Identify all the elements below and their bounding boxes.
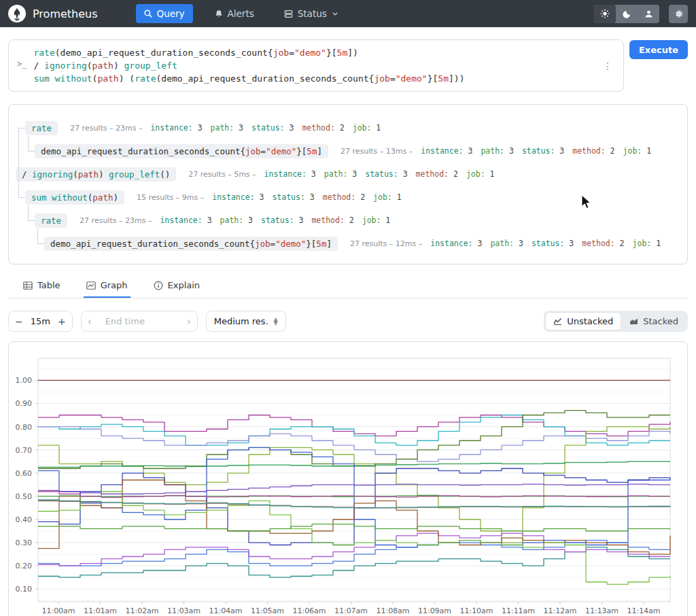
- code-token: 5m: [307, 146, 317, 156]
- y-axis-label: 0.70: [16, 446, 33, 455]
- range-value[interactable]: 15m: [29, 316, 52, 326]
- chevron-down-icon: [332, 10, 338, 17]
- query-expression-input[interactable]: >_ rate(demo_api_request_duration_second…: [8, 39, 624, 92]
- range-increase-button[interactable]: +: [52, 311, 72, 331]
- execute-button[interactable]: Execute: [629, 40, 688, 59]
- y-axis-label: 0.50: [16, 492, 33, 501]
- x-axis-label: 11:09am: [418, 606, 451, 615]
- y-axis-label: 0.40: [16, 515, 33, 524]
- x-axis-label: 11:07am: [334, 606, 368, 615]
- code-token: ])): [449, 73, 464, 84]
- range-control: − 15m +: [8, 311, 73, 332]
- range-decrease-button[interactable]: −: [9, 311, 29, 331]
- stacking-toggle: Unstacked Stacked: [544, 311, 688, 332]
- code-token: =: [261, 146, 266, 156]
- tree-node-expression[interactable]: / ignoring(path) group_left(): [16, 167, 176, 182]
- label-cardinality-chip: status: 3: [522, 146, 564, 156]
- code-line: rate(demo_api_request_duration_seconds_c…: [33, 46, 598, 59]
- theme-light-button[interactable]: [594, 5, 616, 23]
- code-token: ) (: [119, 73, 135, 84]
- label-cardinality-chip: job: 1: [362, 216, 391, 225]
- label-cardinality-chip: status: 3: [261, 216, 303, 225]
- x-axis-label: 11:08am: [376, 606, 409, 615]
- tab-table[interactable]: Table: [20, 275, 63, 298]
- code-token: [47, 192, 52, 203]
- code-token: path: [97, 73, 118, 84]
- code-token: (: [87, 61, 92, 71]
- code-token: demo_api_request_duration_seconds_count: [50, 239, 250, 249]
- tree-connector-line: [28, 136, 29, 151]
- stacked-area-icon: [629, 318, 638, 325]
- stacked-label: Stacked: [643, 316, 678, 326]
- tree-node-expression[interactable]: rate: [35, 213, 67, 228]
- nav-label-query: Query: [157, 8, 185, 19]
- code-token: {: [241, 146, 246, 156]
- tree-connector-line: [28, 151, 35, 152]
- label-cardinality-chip: path: 3: [490, 239, 523, 248]
- sun-icon: [600, 9, 610, 18]
- prometheus-logo-icon: [8, 5, 26, 22]
- editor-menu-button[interactable]: ⋮: [599, 61, 616, 71]
- tab-explain-label: Explain: [168, 280, 201, 290]
- y-axis-label: 0.30: [16, 538, 33, 547]
- label-cardinality-chip: path: 3: [220, 216, 253, 225]
- resolution-select[interactable]: Medium res. ▲▼: [206, 311, 286, 332]
- y-axis-label: 1.00: [16, 376, 33, 385]
- code-line: / ignoring(path) group_left: [33, 59, 598, 72]
- time-back-button[interactable]: ‹: [82, 315, 98, 328]
- prompt-icon: >_: [17, 59, 27, 85]
- graph-controls: − 15m + ‹ › Medium res. ▲▼ Unstacked Sta…: [8, 311, 688, 332]
- tree-node-stats: 27 results – 23ms –instance: 3path: 3sta…: [80, 216, 390, 225]
- x-axis-label: 11:13am: [585, 606, 619, 615]
- tab-explain[interactable]: Explain: [151, 275, 203, 298]
- code-token: ): [99, 169, 109, 179]
- query-editor-row: >_ rate(demo_api_request_duration_second…: [8, 39, 688, 92]
- code-token: demo_api_request_duration_seconds_count: [161, 73, 368, 84]
- code-token: {: [250, 239, 256, 249]
- stacked-button[interactable]: Stacked: [621, 312, 686, 330]
- promql-code[interactable]: rate(demo_api_request_duration_seconds_c…: [33, 46, 598, 85]
- graph-canvas[interactable]: 0.100.200.300.400.500.600.700.800.901.00…: [9, 342, 687, 616]
- code-token: ]: [326, 239, 332, 249]
- theme-system-button[interactable]: [638, 5, 659, 23]
- code-token: /: [22, 169, 32, 179]
- x-axis-label: 11:06am: [292, 606, 326, 615]
- end-time-input[interactable]: [105, 316, 173, 326]
- tree-node-row: / ignoring(path) group_left()27 results …: [9, 166, 687, 182]
- code-token: ): [114, 61, 124, 71]
- code-token: job: [374, 73, 389, 84]
- code-token: "demo": [275, 239, 306, 249]
- theme-dark-button[interactable]: [616, 5, 638, 23]
- tree-connector-line: [28, 205, 29, 220]
- label-cardinality-chip: status: 3: [251, 123, 294, 133]
- tree-node-expression[interactable]: sum without(path): [25, 190, 124, 205]
- tab-graph-label: Graph: [101, 280, 128, 290]
- code-token: path: [92, 192, 113, 203]
- time-forward-button[interactable]: ›: [181, 315, 197, 328]
- nav-item-query[interactable]: Query: [136, 4, 193, 23]
- tree-node-expression[interactable]: demo_api_request_duration_seconds_count{…: [35, 144, 328, 158]
- resolution-value: Medium res.: [214, 316, 268, 326]
- label-cardinality-chip: method: 2: [416, 169, 458, 179]
- tree-node-expression[interactable]: rate: [25, 121, 58, 135]
- person-icon: [644, 10, 653, 18]
- nav-label-status: Status: [298, 8, 327, 19]
- brand[interactable]: Prometheus: [8, 5, 98, 22]
- tree-node-expression[interactable]: demo_api_request_duration_seconds_count{…: [44, 237, 338, 251]
- code-token: rate: [41, 216, 61, 226]
- label-cardinality-chip: status: 3: [532, 239, 574, 248]
- line-chart-icon: [553, 318, 562, 325]
- nav-item-status[interactable]: Status: [276, 4, 347, 23]
- code-token: ]): [347, 48, 358, 58]
- nav-item-alerts[interactable]: Alerts: [207, 4, 262, 23]
- tree-connector-line: [18, 128, 25, 129]
- tree-node-stats: 15 results – 9ms –instance: 3status: 3me…: [137, 192, 402, 202]
- label-cardinality-chip: path: 3: [211, 123, 243, 133]
- tree-node-stats: 27 results – 12ms –instance: 3path: 3sta…: [350, 239, 661, 248]
- unstacked-label: Unstacked: [567, 316, 613, 326]
- unstacked-button[interactable]: Unstacked: [545, 312, 621, 330]
- settings-button[interactable]: [669, 5, 688, 23]
- code-token: group_left: [109, 169, 160, 179]
- bell-icon: [215, 10, 223, 18]
- tab-graph[interactable]: Graph: [84, 275, 130, 298]
